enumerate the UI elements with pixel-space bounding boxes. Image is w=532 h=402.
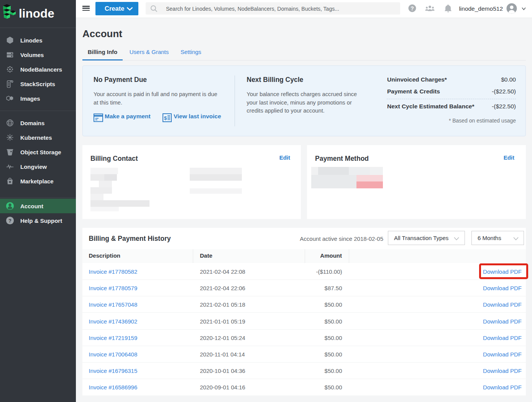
svg-text:$: $	[164, 115, 167, 121]
svg-text:?: ?	[8, 218, 11, 224]
svg-text:?: ?	[410, 5, 414, 11]
svg-text:linode: linode	[19, 7, 54, 20]
